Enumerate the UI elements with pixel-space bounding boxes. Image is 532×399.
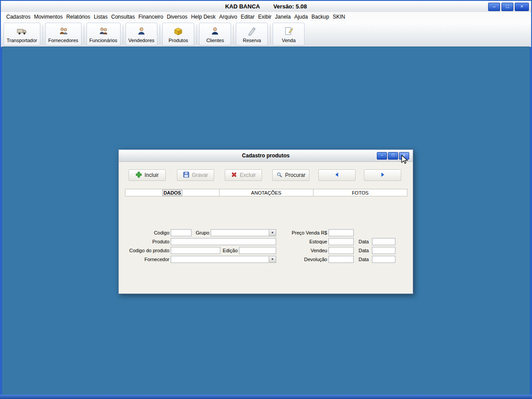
sale-note-icon bbox=[283, 26, 294, 37]
menu-janela[interactable]: Janela bbox=[273, 13, 292, 21]
codigo-produto-input[interactable] bbox=[171, 247, 220, 254]
main-toolbar: Transportador Fornecedores Funcionários … bbox=[1, 22, 531, 47]
toolbar-label: Transportador bbox=[7, 38, 37, 43]
estoque-data-label: Data bbox=[356, 238, 369, 245]
magnifier-icon bbox=[276, 172, 282, 179]
maximize-button[interactable]: □ bbox=[501, 3, 513, 11]
incluir-button[interactable]: Incluir bbox=[129, 169, 166, 181]
gravar-button[interactable]: Gravar bbox=[177, 169, 214, 181]
arrow-left-icon bbox=[334, 172, 340, 179]
excluir-label: Excluir bbox=[240, 172, 256, 178]
tab-dados[interactable]: DADOS bbox=[125, 189, 219, 196]
menu-cadastros[interactable]: Cadastros bbox=[4, 13, 32, 21]
toolbar-funcionarios-button[interactable]: Funcionários bbox=[86, 23, 121, 46]
minimize-icon: – bbox=[493, 4, 495, 9]
minimize-icon: – bbox=[381, 153, 383, 157]
tab-anotacoes[interactable]: ANOTAÇÕES bbox=[219, 189, 313, 196]
codigo-label: Codigo bbox=[125, 229, 169, 236]
menu-movimentos[interactable]: Movimentos bbox=[32, 13, 65, 21]
estoque-input[interactable] bbox=[329, 238, 354, 245]
menu-listas[interactable]: Listas bbox=[92, 13, 109, 21]
truck-icon bbox=[16, 26, 27, 37]
app-version: Versão: 5.08 bbox=[273, 3, 307, 10]
toolbar-venda-button[interactable]: Venda bbox=[273, 23, 305, 46]
devolucao-data-label: Data bbox=[356, 256, 369, 263]
toolbar-vendedores-button[interactable]: Vendedores bbox=[125, 23, 158, 46]
preco-venda-input[interactable] bbox=[329, 229, 354, 236]
salesperson-icon bbox=[136, 26, 147, 37]
toolbar-label: Produtos bbox=[168, 38, 188, 43]
next-record-button[interactable] bbox=[364, 169, 401, 181]
grupo-label: Grupo bbox=[193, 229, 209, 236]
menu-backup[interactable]: Backup bbox=[309, 13, 331, 21]
toolbar-label: Fornecedores bbox=[48, 38, 78, 43]
toolbar-label: Funcionários bbox=[90, 38, 117, 43]
product-box-icon bbox=[173, 26, 184, 37]
devolucao-data-input[interactable] bbox=[372, 256, 395, 263]
toolbar-fornecedores-button[interactable]: Fornecedores bbox=[45, 23, 82, 46]
codigo-input[interactable] bbox=[171, 229, 192, 236]
procurar-button[interactable]: Procurar bbox=[272, 169, 309, 181]
devolucao-label: Devolução bbox=[274, 256, 327, 263]
toolbar-separator bbox=[160, 25, 160, 43]
edicao-input[interactable] bbox=[239, 247, 276, 254]
vendeu-data-input[interactable] bbox=[372, 247, 395, 254]
mouse-cursor bbox=[401, 155, 410, 164]
minimize-button[interactable]: – bbox=[488, 3, 500, 11]
menu-diversos[interactable]: Diversos bbox=[165, 13, 189, 21]
menu-skin[interactable]: SKIN bbox=[331, 13, 347, 21]
toolbar-produtos-button[interactable]: Produtos bbox=[162, 23, 194, 46]
delete-x-icon bbox=[231, 172, 237, 179]
tab-fotos[interactable]: FOTOS bbox=[313, 189, 407, 196]
reserve-document-icon bbox=[246, 26, 257, 37]
mdi-client-area: Cadastro produtos – □ × Incluir Gravar E… bbox=[2, 47, 530, 395]
toolbar-separator bbox=[270, 25, 270, 43]
vendeu-label: Vendeu bbox=[274, 247, 327, 254]
menu-financeiro[interactable]: Financeiro bbox=[137, 13, 165, 21]
toolbar-separator bbox=[84, 25, 84, 43]
previous-record-button[interactable] bbox=[318, 169, 356, 181]
dialog-tabs: DADOS ANOTAÇÕES FOTOS bbox=[125, 189, 407, 196]
excluir-button[interactable]: Excluir bbox=[225, 169, 262, 181]
toolbar-separator bbox=[123, 25, 123, 43]
close-button[interactable]: × bbox=[515, 3, 529, 11]
menu-editar[interactable]: Editar bbox=[239, 13, 256, 21]
main-titlebar[interactable]: KAD BANCA Versão: 5.08 – □ × bbox=[1, 1, 531, 12]
devolucao-input[interactable] bbox=[329, 256, 354, 263]
dialog-titlebar[interactable]: Cadastro produtos – □ × bbox=[119, 150, 413, 162]
plus-icon bbox=[136, 172, 142, 179]
preco-venda-label: Preço Venda R$ bbox=[274, 229, 327, 236]
maximize-icon: □ bbox=[392, 153, 394, 157]
menu-consultas[interactable]: Consultas bbox=[110, 13, 137, 21]
cadastro-produtos-window: Cadastro produtos – □ × Incluir Gravar E… bbox=[118, 149, 413, 294]
dialog-minimize-button[interactable]: – bbox=[377, 152, 387, 160]
menu-relatorios[interactable]: Relatórios bbox=[64, 13, 92, 21]
suppliers-people-icon bbox=[58, 26, 69, 37]
vendeu-input[interactable] bbox=[329, 247, 354, 254]
toolbar-label: Venda bbox=[282, 38, 296, 43]
grupo-combobox[interactable]: ▼ bbox=[211, 229, 276, 236]
menu-exibir[interactable]: Exibir bbox=[256, 13, 273, 21]
toolbar-reserva-button[interactable]: Reserva bbox=[236, 23, 268, 46]
toolbar-label: Vendedores bbox=[129, 38, 155, 43]
client-person-icon bbox=[210, 26, 220, 37]
edicao-label: Edição bbox=[221, 247, 238, 254]
estoque-data-input[interactable] bbox=[372, 238, 395, 245]
menu-help-desk[interactable]: Help Desk bbox=[189, 13, 217, 21]
fornecedor-combobox[interactable]: ▼ bbox=[171, 256, 276, 263]
menu-ajuda[interactable]: Ajuda bbox=[293, 13, 310, 21]
dialog-title: Cadastro produtos bbox=[119, 150, 413, 161]
menu-arquivo[interactable]: Arquivo bbox=[217, 13, 239, 21]
gravar-label: Gravar bbox=[192, 172, 208, 178]
dialog-maximize-button[interactable]: □ bbox=[388, 152, 398, 160]
main-title: KAD BANCA Versão: 5.08 bbox=[1, 1, 531, 12]
toolbar-label: Reserva bbox=[243, 38, 261, 43]
employees-people-icon bbox=[98, 26, 109, 37]
toolbar-clientes-button[interactable]: Clientes bbox=[199, 23, 231, 46]
arrow-right-icon bbox=[379, 172, 386, 179]
window-bottom-border bbox=[0, 395, 532, 399]
vendeu-data-label: Data bbox=[356, 247, 369, 254]
menubar: Cadastros Movimentos Relatórios Listas C… bbox=[1, 12, 531, 22]
produto-input[interactable] bbox=[171, 238, 276, 245]
toolbar-transportador-button[interactable]: Transportador bbox=[4, 23, 40, 46]
